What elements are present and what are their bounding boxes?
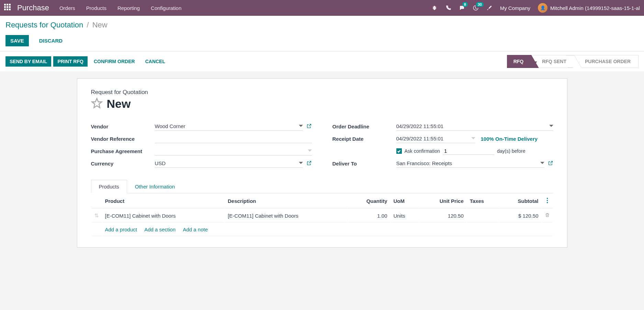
stage-rfq[interactable]: RFQ — [507, 55, 532, 68]
cell-unit-price[interactable]: 120.50 — [419, 209, 466, 222]
drag-handle-icon[interactable]: ⇅ — [94, 213, 99, 218]
table-row[interactable]: ⇅ [E-COM11] Cabinet with Doors [E-COM11]… — [92, 209, 553, 222]
breadcrumb: Requests for Quotation / New — [5, 21, 639, 30]
tabs: Products Other Information — [91, 180, 553, 193]
days-before-label: day(s) before — [497, 148, 525, 154]
breadcrumb-separator: / — [87, 21, 89, 29]
ask-confirmation-label: Ask confirmation — [405, 148, 440, 154]
label-order-deadline: Order Deadline — [332, 124, 396, 129]
label-vendor: Vendor — [91, 124, 155, 129]
bug-icon[interactable] — [431, 5, 438, 11]
deliver-to-field[interactable]: San Francisco: Receipts — [396, 159, 544, 168]
ask-confirmation-checkbox[interactable] — [396, 148, 402, 154]
vendor-field[interactable]: Wood Corner — [155, 122, 303, 131]
print-rfq-button[interactable]: PRINT RFQ — [53, 56, 87, 67]
vendor-ref-field[interactable] — [155, 134, 312, 143]
cell-quantity[interactable]: 1.00 — [348, 209, 390, 222]
col-quantity[interactable]: Quantity — [348, 194, 390, 208]
trash-icon[interactable] — [545, 213, 550, 219]
external-link-icon[interactable] — [306, 160, 312, 167]
tools-icon[interactable] — [486, 5, 493, 11]
activities-badge: 30 — [476, 2, 484, 7]
external-link-icon[interactable] — [548, 160, 553, 167]
add-section-link[interactable]: Add a section — [144, 227, 176, 232]
breadcrumb-parent[interactable]: Requests for Quotation — [5, 21, 83, 29]
navbar: Purchase Orders Products Reporting Confi… — [0, 0, 644, 16]
tab-other-information[interactable]: Other Information — [127, 180, 183, 193]
col-subtotal[interactable]: Subtotal — [499, 194, 541, 208]
tab-products[interactable]: Products — [91, 180, 127, 193]
receipt-date-field[interactable]: 04/29/2022 11:55:01 — [396, 134, 475, 143]
svg-point-2 — [546, 202, 548, 204]
chevron-down-icon[interactable] — [549, 123, 553, 129]
menu-reporting[interactable]: Reporting — [117, 5, 140, 11]
company-switcher[interactable]: My Company — [500, 5, 530, 11]
cell-description[interactable]: [E-COM11] Cabinet with Doors — [225, 209, 347, 222]
control-panel: Requests for Quotation / New SAVE DISCAR… — [0, 16, 644, 51]
currency-value: USD — [155, 160, 166, 166]
sheet-subtitle: Request for Quotation — [91, 89, 553, 96]
form-col-right: Order Deadline 04/29/2022 11:55:01 Recei… — [332, 120, 553, 170]
form-sheet: Request for Quotation New Vendor Wood Co… — [77, 78, 567, 248]
menu-products[interactable]: Products — [86, 5, 106, 11]
order-deadline-value: 04/29/2022 11:55:01 — [396, 123, 444, 129]
order-deadline-field[interactable]: 04/29/2022 11:55:01 — [396, 122, 553, 131]
breadcrumb-current: New — [92, 21, 108, 29]
sheet-title: New — [107, 97, 131, 111]
deliver-to-value: San Francisco: Receipts — [396, 160, 452, 166]
confirm-order-button[interactable]: CONFIRM ORDER — [90, 56, 139, 67]
stage-purchase-order[interactable]: PURCHASE ORDER — [574, 55, 639, 68]
chevron-down-icon[interactable] — [471, 136, 475, 141]
chevron-down-icon[interactable] — [299, 160, 303, 166]
user-menu[interactable]: 👤 Mitchell Admin (14999152-saas-15-1-al — [538, 3, 640, 13]
avatar: 👤 — [538, 3, 547, 13]
svg-point-1 — [546, 200, 548, 201]
systray: 8 30 My Company 👤 Mitchell Admin (149991… — [431, 3, 640, 13]
apps-icon[interactable] — [4, 4, 12, 12]
chevron-down-icon[interactable] — [540, 160, 544, 166]
col-unit-price[interactable]: Unit Price — [419, 194, 466, 208]
svg-point-0 — [546, 198, 548, 199]
col-uom[interactable]: UoM — [391, 194, 418, 208]
receipt-date-value: 04/29/2022 11:55:01 — [396, 136, 444, 141]
status-bar: SEND BY EMAIL PRINT RFQ CONFIRM ORDER CA… — [0, 51, 644, 71]
label-receipt-date: Receipt Date — [332, 136, 396, 142]
form-col-left: Vendor Wood Corner Vendor Reference Purc… — [91, 120, 312, 170]
on-time-delivery-link[interactable]: 100% On-Time Delivery — [481, 136, 538, 142]
kebab-icon[interactable] — [546, 199, 548, 205]
currency-field[interactable]: USD — [155, 159, 303, 168]
products-table: Product Description Quantity UoM Unit Pr… — [91, 193, 553, 237]
col-description[interactable]: Description — [225, 194, 347, 208]
chevron-down-icon[interactable] — [299, 123, 303, 129]
label-vendor-ref: Vendor Reference — [91, 136, 155, 142]
conversations-badge: 8 — [462, 2, 468, 7]
purchase-agreement-field[interactable] — [155, 147, 312, 156]
cell-uom[interactable]: Units — [391, 209, 418, 222]
add-note-link[interactable]: Add a note — [183, 227, 208, 232]
cell-taxes[interactable] — [467, 209, 499, 222]
col-product[interactable]: Product — [102, 194, 224, 208]
cell-product[interactable]: [E-COM11] Cabinet with Doors — [102, 209, 224, 222]
menu-orders[interactable]: Orders — [59, 5, 75, 11]
phone-icon[interactable] — [445, 5, 451, 11]
form-container: Request for Quotation New Vendor Wood Co… — [0, 71, 644, 254]
username: Mitchell Admin (14999152-saas-15-1-al — [550, 5, 640, 11]
add-product-link[interactable]: Add a product — [105, 227, 137, 232]
label-currency: Currency — [91, 161, 155, 167]
menu-configuration[interactable]: Configuration — [151, 5, 181, 11]
vendor-ref-input[interactable] — [155, 136, 312, 141]
label-purchase-agreement: Purchase Agreement — [91, 148, 155, 154]
save-button[interactable]: SAVE — [5, 35, 29, 46]
label-deliver-to: Deliver To — [332, 161, 396, 167]
app-brand[interactable]: Purchase — [17, 3, 49, 12]
ask-confirm-days-input[interactable] — [443, 147, 494, 155]
conversations-icon[interactable]: 8 — [459, 5, 465, 11]
discard-button[interactable]: DISCARD — [34, 35, 67, 46]
external-link-icon[interactable] — [306, 123, 312, 130]
cancel-button[interactable]: CANCEL — [141, 56, 169, 67]
activities-icon[interactable]: 30 — [473, 5, 479, 11]
priority-star-icon[interactable] — [91, 97, 103, 110]
col-taxes[interactable]: Taxes — [467, 194, 499, 208]
send-email-button[interactable]: SEND BY EMAIL — [5, 56, 51, 67]
chevron-down-icon[interactable] — [308, 148, 312, 154]
